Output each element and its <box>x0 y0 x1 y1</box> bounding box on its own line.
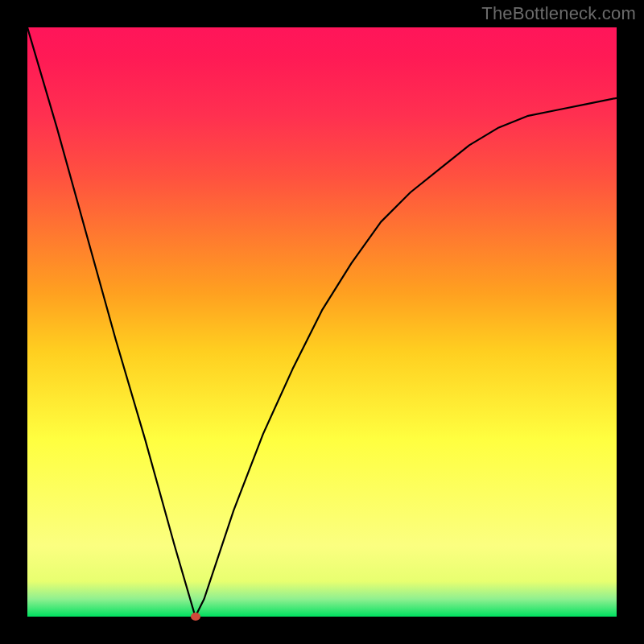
curve-path <box>27 27 617 617</box>
minimum-marker <box>191 613 200 621</box>
plot-area <box>27 27 617 617</box>
chart-container: TheBottleneck.com <box>0 0 644 644</box>
bottleneck-curve <box>27 27 617 617</box>
watermark-text: TheBottleneck.com <box>481 3 636 24</box>
